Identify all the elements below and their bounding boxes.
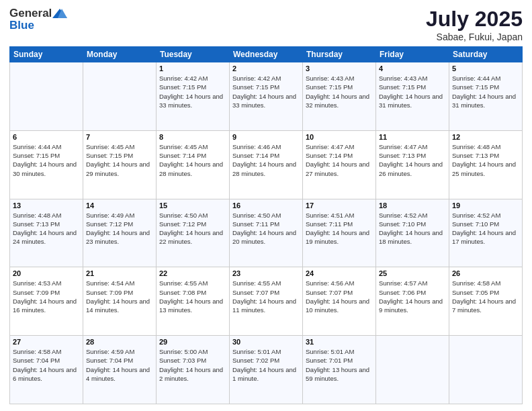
logo-general: General bbox=[9, 7, 52, 20]
day-info: Sunrise: 4:53 AMSunset: 7:09 PMDaylight:… bbox=[13, 279, 80, 314]
day-number: 20 bbox=[13, 269, 80, 277]
header-tuesday: Tuesday bbox=[157, 47, 230, 62]
day-number: 5 bbox=[452, 64, 519, 73]
week-row-5: 27Sunrise: 4:58 AMSunset: 7:04 PMDayligh… bbox=[10, 336, 523, 404]
day-info: Sunrise: 4:49 AMSunset: 7:12 PMDaylight:… bbox=[86, 211, 153, 246]
day-number: 31 bbox=[306, 338, 373, 346]
header-monday: Monday bbox=[83, 47, 157, 62]
day-info: Sunrise: 4:55 AMSunset: 7:07 PMDaylight:… bbox=[232, 279, 300, 314]
day-info: Sunrise: 4:55 AMSunset: 7:08 PMDaylight:… bbox=[159, 279, 226, 314]
day-cell: 18Sunrise: 4:52 AMSunset: 7:10 PMDayligh… bbox=[376, 199, 449, 267]
day-number: 27 bbox=[13, 338, 80, 346]
day-info: Sunrise: 4:56 AMSunset: 7:07 PMDaylight:… bbox=[306, 279, 373, 314]
day-cell: 16Sunrise: 4:50 AMSunset: 7:11 PMDayligh… bbox=[230, 199, 303, 267]
day-info: Sunrise: 4:45 AMSunset: 7:15 PMDaylight:… bbox=[86, 142, 153, 178]
day-number: 12 bbox=[452, 133, 519, 141]
day-cell: 21Sunrise: 4:54 AMSunset: 7:09 PMDayligh… bbox=[83, 267, 157, 336]
logo: General Blue bbox=[9, 7, 68, 32]
day-cell: 9Sunrise: 4:46 AMSunset: 7:14 PMDaylight… bbox=[230, 130, 303, 199]
logo-blue: Blue bbox=[9, 19, 68, 32]
day-info: Sunrise: 4:59 AMSunset: 7:04 PMDaylight:… bbox=[86, 347, 153, 383]
header-wednesday: Wednesday bbox=[230, 47, 303, 62]
day-info: Sunrise: 4:42 AMSunset: 7:15 PMDaylight:… bbox=[159, 74, 226, 109]
logo-icon bbox=[52, 7, 67, 19]
day-cell bbox=[449, 336, 523, 404]
day-info: Sunrise: 4:44 AMSunset: 7:15 PMDaylight:… bbox=[452, 74, 519, 109]
header-thursday: Thursday bbox=[303, 47, 376, 62]
day-cell: 25Sunrise: 4:57 AMSunset: 7:06 PMDayligh… bbox=[376, 267, 449, 336]
day-cell: 28Sunrise: 4:59 AMSunset: 7:04 PMDayligh… bbox=[83, 336, 157, 404]
day-cell: 22Sunrise: 4:55 AMSunset: 7:08 PMDayligh… bbox=[157, 267, 230, 336]
week-row-3: 13Sunrise: 4:48 AMSunset: 7:13 PMDayligh… bbox=[10, 199, 523, 267]
week-row-2: 6Sunrise: 4:44 AMSunset: 7:15 PMDaylight… bbox=[10, 130, 523, 199]
day-cell: 10Sunrise: 4:47 AMSunset: 7:14 PMDayligh… bbox=[303, 130, 376, 199]
day-number: 14 bbox=[86, 201, 153, 210]
day-cell: 17Sunrise: 4:51 AMSunset: 7:11 PMDayligh… bbox=[303, 199, 376, 267]
day-info: Sunrise: 4:44 AMSunset: 7:15 PMDaylight:… bbox=[13, 142, 80, 178]
day-number: 6 bbox=[13, 133, 80, 141]
day-number: 19 bbox=[452, 201, 519, 210]
day-info: Sunrise: 4:57 AMSunset: 7:06 PMDaylight:… bbox=[379, 279, 446, 314]
day-number: 9 bbox=[232, 133, 300, 141]
day-cell: 19Sunrise: 4:52 AMSunset: 7:10 PMDayligh… bbox=[449, 199, 523, 267]
day-info: Sunrise: 4:47 AMSunset: 7:13 PMDaylight:… bbox=[379, 142, 446, 178]
day-number: 25 bbox=[379, 269, 446, 277]
day-cell bbox=[83, 62, 157, 131]
day-cell: 12Sunrise: 4:48 AMSunset: 7:13 PMDayligh… bbox=[449, 130, 523, 199]
week-row-1: 1Sunrise: 4:42 AMSunset: 7:15 PMDaylight… bbox=[10, 62, 523, 131]
day-cell: 8Sunrise: 4:45 AMSunset: 7:14 PMDaylight… bbox=[157, 130, 230, 199]
day-number: 28 bbox=[86, 338, 153, 346]
day-cell: 14Sunrise: 4:49 AMSunset: 7:12 PMDayligh… bbox=[83, 199, 157, 267]
day-cell: 30Sunrise: 5:01 AMSunset: 7:02 PMDayligh… bbox=[230, 336, 303, 404]
day-number: 3 bbox=[306, 64, 373, 73]
day-info: Sunrise: 5:00 AMSunset: 7:03 PMDaylight:… bbox=[159, 347, 226, 383]
location-title: Sabae, Fukui, Japan bbox=[426, 32, 523, 42]
day-info: Sunrise: 4:43 AMSunset: 7:15 PMDaylight:… bbox=[306, 74, 373, 109]
day-number: 17 bbox=[306, 201, 373, 210]
day-info: Sunrise: 5:01 AMSunset: 7:01 PMDaylight:… bbox=[306, 347, 373, 383]
day-info: Sunrise: 4:58 AMSunset: 7:04 PMDaylight:… bbox=[13, 347, 80, 383]
day-cell: 6Sunrise: 4:44 AMSunset: 7:15 PMDaylight… bbox=[10, 130, 83, 199]
day-number: 22 bbox=[159, 269, 226, 277]
title-block: July 2025 Sabae, Fukui, Japan bbox=[426, 7, 523, 42]
day-cell: 23Sunrise: 4:55 AMSunset: 7:07 PMDayligh… bbox=[230, 267, 303, 336]
calendar: Sunday Monday Tuesday Wednesday Thursday… bbox=[9, 46, 523, 404]
day-number: 16 bbox=[232, 201, 300, 210]
day-info: Sunrise: 4:43 AMSunset: 7:15 PMDaylight:… bbox=[379, 74, 446, 109]
day-number: 30 bbox=[232, 338, 300, 346]
day-cell: 13Sunrise: 4:48 AMSunset: 7:13 PMDayligh… bbox=[10, 199, 83, 267]
day-number: 13 bbox=[13, 201, 80, 210]
day-number: 8 bbox=[159, 133, 226, 141]
day-info: Sunrise: 4:54 AMSunset: 7:09 PMDaylight:… bbox=[86, 279, 153, 314]
day-cell: 29Sunrise: 5:00 AMSunset: 7:03 PMDayligh… bbox=[157, 336, 230, 404]
day-cell bbox=[10, 62, 83, 131]
day-cell bbox=[376, 336, 449, 404]
day-info: Sunrise: 4:45 AMSunset: 7:14 PMDaylight:… bbox=[159, 142, 226, 178]
day-number: 10 bbox=[306, 133, 373, 141]
header-saturday: Saturday bbox=[449, 47, 523, 62]
day-info: Sunrise: 5:01 AMSunset: 7:02 PMDaylight:… bbox=[232, 347, 300, 383]
weekday-header-row: Sunday Monday Tuesday Wednesday Thursday… bbox=[10, 47, 523, 62]
day-cell: 24Sunrise: 4:56 AMSunset: 7:07 PMDayligh… bbox=[303, 267, 376, 336]
day-info: Sunrise: 4:51 AMSunset: 7:11 PMDaylight:… bbox=[306, 211, 373, 246]
day-number: 2 bbox=[232, 64, 300, 73]
day-info: Sunrise: 4:50 AMSunset: 7:12 PMDaylight:… bbox=[159, 211, 226, 246]
day-info: Sunrise: 4:52 AMSunset: 7:10 PMDaylight:… bbox=[379, 211, 446, 246]
day-number: 18 bbox=[379, 201, 446, 210]
day-number: 29 bbox=[159, 338, 226, 346]
day-number: 7 bbox=[86, 133, 153, 141]
day-cell: 2Sunrise: 4:42 AMSunset: 7:15 PMDaylight… bbox=[230, 62, 303, 131]
day-number: 15 bbox=[159, 201, 226, 210]
day-cell: 15Sunrise: 4:50 AMSunset: 7:12 PMDayligh… bbox=[157, 199, 230, 267]
day-info: Sunrise: 4:46 AMSunset: 7:14 PMDaylight:… bbox=[232, 142, 300, 178]
day-number: 4 bbox=[379, 64, 446, 73]
day-number: 23 bbox=[232, 269, 300, 277]
week-row-4: 20Sunrise: 4:53 AMSunset: 7:09 PMDayligh… bbox=[10, 267, 523, 336]
day-cell: 26Sunrise: 4:58 AMSunset: 7:05 PMDayligh… bbox=[449, 267, 523, 336]
day-info: Sunrise: 4:48 AMSunset: 7:13 PMDaylight:… bbox=[452, 142, 519, 178]
day-cell: 27Sunrise: 4:58 AMSunset: 7:04 PMDayligh… bbox=[10, 336, 83, 404]
day-cell: 3Sunrise: 4:43 AMSunset: 7:15 PMDaylight… bbox=[303, 62, 376, 131]
day-cell: 20Sunrise: 4:53 AMSunset: 7:09 PMDayligh… bbox=[10, 267, 83, 336]
day-info: Sunrise: 4:50 AMSunset: 7:11 PMDaylight:… bbox=[232, 211, 300, 246]
day-number: 11 bbox=[379, 133, 446, 141]
